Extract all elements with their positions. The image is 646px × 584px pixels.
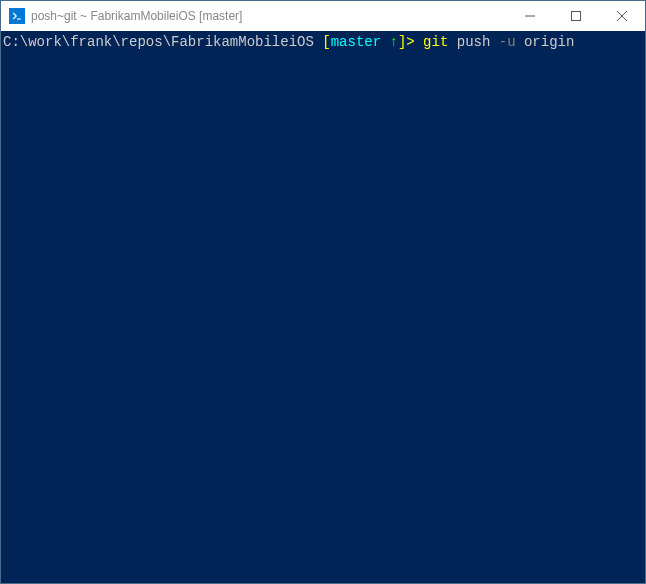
window-title: posh~git ~ FabrikamMobileiOS [master] — [31, 9, 507, 23]
branch-bracket-open: [ — [314, 34, 331, 50]
window-controls — [507, 1, 645, 31]
close-button[interactable] — [599, 1, 645, 31]
minimize-button[interactable] — [507, 1, 553, 31]
prompt-path: C:\work\frank\repos\FabrikamMobileiOS — [3, 34, 314, 50]
space — [415, 34, 423, 50]
terminal-area[interactable]: C:\work\frank\repos\FabrikamMobileiOS [m… — [1, 31, 645, 583]
branch-bracket-close: ]> — [398, 34, 415, 50]
branch-ahead-icon: ↑ — [389, 34, 397, 50]
command-flag: -u — [499, 34, 516, 50]
command-push: push — [457, 34, 491, 50]
svg-rect-1 — [572, 12, 581, 21]
command-origin: origin — [524, 34, 574, 50]
space — [490, 34, 498, 50]
command-git: git — [423, 34, 448, 50]
powershell-icon — [9, 8, 25, 24]
maximize-button[interactable] — [553, 1, 599, 31]
branch-name: master — [331, 34, 390, 50]
space — [448, 34, 456, 50]
space — [516, 34, 524, 50]
titlebar[interactable]: posh~git ~ FabrikamMobileiOS [master] — [1, 1, 645, 31]
powershell-window: posh~git ~ FabrikamMobileiOS [master] C:… — [0, 0, 646, 584]
